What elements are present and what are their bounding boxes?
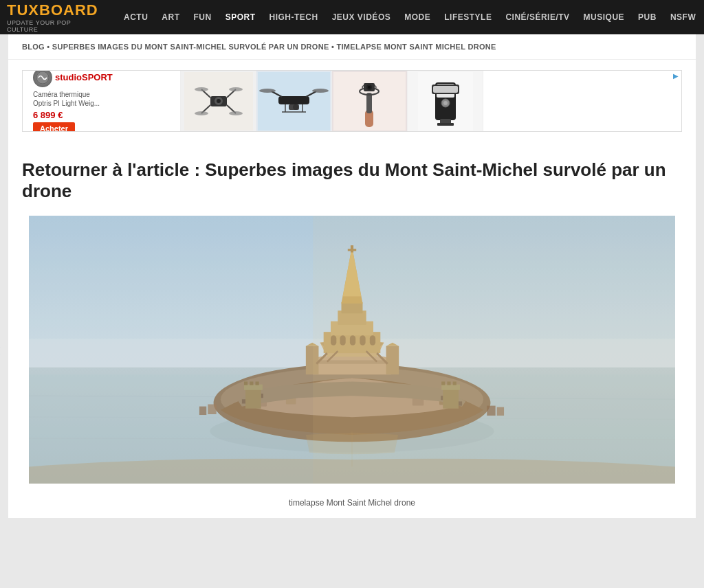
svg-point-43 (443, 101, 448, 105)
svg-rect-17 (278, 96, 309, 104)
breadcrumb-current: TIMELAPSE MONT SAINT MICHEL DRONE (336, 43, 496, 51)
gallery-caption: timelapse Mont Saint Michel drone (22, 494, 682, 518)
svg-point-22 (259, 89, 276, 93)
studio-sport-logo-svg (36, 71, 50, 84)
nav-jeux[interactable]: JEUX VIDÉOS (325, 0, 398, 34)
gallery-image (29, 216, 675, 484)
gallery-prev-button[interactable]: ‹ (0, 339, 1, 361)
logo-board: BOARD (39, 1, 98, 19)
ad-logo-icon (33, 70, 52, 87)
nav-hightech[interactable]: HIGH-TECH (263, 0, 325, 34)
advertisement-banner: ▶ studioSPORT Caméra thermique (22, 70, 682, 132)
svg-point-19 (293, 104, 298, 110)
main-nav: ACTU ART FUN SPORT HIGH-TECH JEUX VIDÉOS… (117, 0, 703, 34)
svg-rect-41 (437, 123, 454, 126)
svg-rect-39 (433, 86, 458, 93)
gallery-wrapper (29, 216, 675, 484)
ad-inner: studioSPORT Caméra thermique Optris PI L… (23, 71, 681, 131)
svg-rect-29 (366, 93, 372, 113)
ad-thumbnail-2 (256, 71, 332, 131)
nav-cine[interactable]: CINÉ/SÉRIE/TV (498, 0, 576, 34)
ad-logo-row: studioSPORT (33, 70, 170, 87)
nav-sport[interactable]: SPORT (219, 0, 263, 34)
nav-musique[interactable]: MUSIQUE (577, 0, 632, 34)
article-title-area: Retourner à l'article : Superbes images … (8, 142, 696, 216)
nav-fun[interactable]: FUN (187, 0, 219, 34)
svg-point-14 (229, 111, 243, 115)
svg-point-11 (195, 87, 208, 91)
site-header: TUXBOARD UPDATE YOUR POP CULTURE ACTU AR… (0, 0, 704, 34)
breadcrumb: BLOG • SUPERBES IMAGES DU MONT SAINT-MIC… (8, 34, 696, 60)
nav-lifestyle[interactable]: LIFESTYLE (437, 0, 498, 34)
gallery-container: ‹ (15, 216, 689, 484)
ad-thumbnail-1 (181, 71, 256, 131)
svg-rect-99 (199, 407, 206, 415)
svg-rect-102 (497, 407, 504, 416)
ad-thumb-svg-2 (258, 72, 330, 131)
svg-rect-101 (487, 406, 495, 416)
ad-description: Caméra thermique Optris PI Light Weig... (33, 90, 170, 108)
nav-mode[interactable]: MODE (397, 0, 437, 34)
svg-point-34 (368, 86, 371, 89)
svg-rect-100 (208, 405, 216, 414)
ad-thumbnail-3 (332, 71, 408, 131)
ad-brand-accent: SPORT (82, 72, 113, 82)
ad-desc-line2: Optris PI Light Weig... (33, 99, 170, 108)
breadcrumb-article-link[interactable]: SUPERBES IMAGES DU MONT SAINT-MICHEL SUR… (52, 43, 329, 51)
ad-cta-button[interactable]: Acheter (33, 122, 75, 133)
nav-nsfw[interactable]: NSFW (663, 0, 703, 34)
logo-tux: TUX (7, 1, 39, 19)
ad-thumb-svg-1 (184, 72, 253, 131)
ad-left-section: studioSPORT Caméra thermique Optris PI L… (23, 71, 181, 131)
site-logo[interactable]: TUXBOARD UPDATE YOUR POP CULTURE (7, 1, 103, 33)
ad-desc-line1: Caméra thermique (33, 90, 170, 99)
ad-thumb-svg-3 (333, 72, 406, 131)
ad-thumbnail-4 (408, 71, 483, 131)
ad-price: 6 899 € (33, 110, 170, 120)
logo-text: TUXBOARD (7, 1, 103, 19)
nav-pub[interactable]: PUB (631, 0, 663, 34)
nav-actu[interactable]: ACTU (117, 0, 155, 34)
nav-art[interactable]: ART (155, 0, 186, 34)
logo-tagline: UPDATE YOUR POP CULTURE (7, 19, 103, 33)
content-wrapper: BLOG • SUPERBES IMAGES DU MONT SAINT-MIC… (8, 34, 696, 518)
breadcrumb-sep1: • (47, 43, 52, 51)
ad-brand-normal: studio (55, 72, 82, 82)
svg-point-12 (229, 87, 243, 91)
gallery-svg (29, 216, 675, 484)
svg-point-23 (312, 89, 329, 93)
breadcrumb-blog[interactable]: BLOG (22, 43, 45, 51)
ad-thumb-svg-4 (418, 72, 473, 131)
article-title: Retourner à l'article : Superbes images … (22, 159, 682, 202)
svg-point-6 (217, 99, 221, 103)
ad-brand-name: studioSPORT (55, 72, 113, 82)
svg-point-13 (195, 111, 208, 115)
ad-corner-marker: ▶ (673, 72, 679, 80)
